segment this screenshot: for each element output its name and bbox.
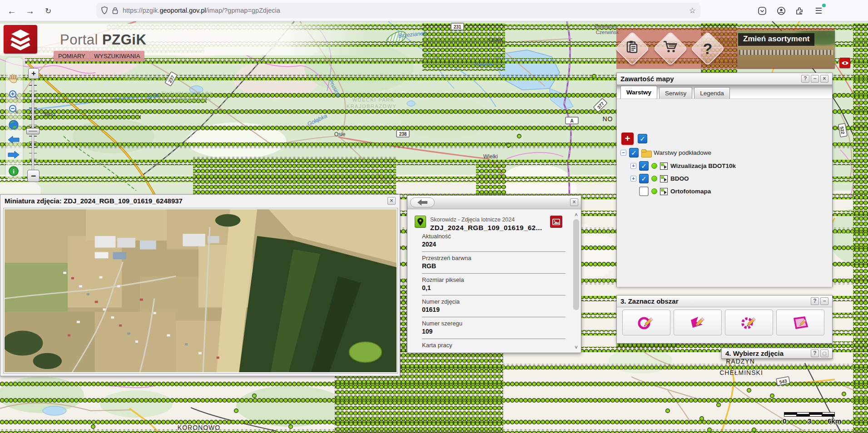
layer-label[interactable]: Wizualizacja BDOT10k [670, 162, 736, 169]
layer-row-bdoo: + ✓ BDOO [630, 174, 689, 183]
visibility-eye-button[interactable] [839, 58, 850, 68]
application-window: 237377543231238522A KRAJOBRAZOWYBrdaTUCH… [0, 0, 868, 433]
extensions-icon[interactable] [793, 5, 806, 17]
browser-reload-button[interactable]: ↻ [41, 4, 55, 18]
photo-centre-dot[interactable] [708, 428, 712, 432]
pocket-icon[interactable] [756, 5, 769, 17]
map-scale-bar: 0 3 6km [784, 411, 838, 426]
expand-icon[interactable]: + [630, 163, 636, 169]
scroll-down-icon[interactable]: ˅ [573, 344, 579, 351]
tab-serwisy[interactable]: Serwisy [659, 87, 692, 98]
zoom-slider-track[interactable] [32, 80, 34, 171]
photo-centre-dot[interactable] [717, 403, 721, 407]
select-area-panel: 3. Zaznacz obszar ? − [616, 295, 833, 344]
photo-centre-dot[interactable] [592, 74, 596, 79]
expand-icon[interactable]: + [630, 176, 636, 182]
master-checkbox[interactable]: ✓ [638, 134, 647, 143]
draw-polygon-button[interactable] [674, 310, 722, 335]
layer-type-icon [660, 162, 668, 170]
photo-centre-dot[interactable] [700, 417, 704, 421]
photo-centre-dot[interactable] [517, 134, 521, 138]
close-icon[interactable]: × [570, 198, 578, 206]
close-icon[interactable]: × [387, 197, 396, 205]
back-button[interactable] [410, 197, 435, 207]
full-extent-globe-tool[interactable] [8, 119, 20, 131]
field-aktualnosc: Aktualność 2024 [422, 233, 565, 252]
layer-label[interactable]: Ortofotomapa [670, 188, 711, 195]
previous-view-arrow[interactable] [8, 134, 20, 146]
account-icon[interactable] [775, 5, 788, 17]
photo-centre-dot-block[interactable] [193, 157, 396, 196]
photo-centre-dot[interactable] [752, 428, 756, 432]
zoom-slider-handle[interactable] [26, 128, 40, 134]
browser-address-bar[interactable]: https://pzgik.geoportal.gov.pl/imap/?gpm… [96, 3, 700, 18]
close-icon[interactable]: × [820, 75, 828, 83]
help-icon[interactable]: ? [801, 75, 809, 83]
map-label: Osie [334, 131, 346, 138]
help-icon[interactable]: ? [811, 349, 819, 357]
scroll-up-icon[interactable]: ˄ [573, 212, 579, 218]
divider [422, 339, 565, 339]
map-label: Osiek [489, 37, 504, 43]
pzgik-logo[interactable] [4, 25, 37, 54]
maximize-icon[interactable]: ▢ [820, 349, 828, 357]
photo-centre-dot[interactable] [253, 394, 257, 398]
photo-centre-dot[interactable] [747, 389, 751, 393]
menu-icon[interactable]: ☰ [812, 5, 825, 17]
field-value: 109 [422, 328, 565, 335]
collapse-icon[interactable]: − [620, 150, 626, 156]
select-photos-titlebar: 4. Wybierz zdjęcia ? ▢ [722, 348, 832, 359]
browser-forward-button[interactable]: → [23, 4, 37, 18]
zoom-out-tool[interactable] [8, 103, 20, 115]
tab-legenda[interactable]: Legenda [694, 87, 730, 98]
photo-centre-dot[interactable] [289, 425, 293, 429]
zoom-slider-plus[interactable]: + [28, 68, 39, 79]
tab-warstwy[interactable]: Warstwy [620, 86, 657, 98]
group-checkbox[interactable]: ✓ [629, 148, 639, 157]
clipboard-icon [626, 40, 639, 57]
bookmark-star-icon[interactable]: ☆ [689, 6, 696, 15]
photo-centre-dot-block[interactable] [853, 24, 868, 433]
browser-back-button[interactable]: ← [5, 4, 19, 18]
draw-freehand-button[interactable] [725, 310, 773, 335]
zoom-in-tool[interactable] [8, 89, 20, 101]
next-view-arrow[interactable] [8, 149, 20, 161]
photo-centre-dot[interactable] [91, 425, 95, 429]
zoom-slider-minus[interactable]: − [27, 170, 40, 182]
photo-centre-dot[interactable] [842, 392, 846, 396]
draw-circle-button[interactable] [622, 310, 670, 335]
divider [422, 273, 565, 274]
layer-label[interactable]: BDOO [670, 175, 689, 182]
layer-checkbox[interactable]: ✓ [639, 187, 649, 196]
minimize-icon[interactable]: − [820, 297, 828, 305]
pan-hand-tool[interactable] [8, 73, 20, 84]
edit-area-button[interactable] [776, 310, 824, 335]
change-assortment-button[interactable]: Zmień asortyment [738, 33, 814, 46]
group-label[interactable]: Warstwy podkładowe [654, 149, 711, 156]
photo-centre-dot[interactable] [770, 394, 774, 398]
popup-scrollbar[interactable]: ˄ ˅ [573, 212, 580, 351]
info-tool[interactable]: i [8, 165, 20, 177]
help-icon[interactable]: ? [811, 297, 819, 305]
panel-title: Zawartość mapy [620, 75, 674, 83]
layer-status-dot [651, 163, 657, 169]
railway-texture [739, 50, 833, 55]
photo-centre-dot[interactable] [507, 143, 511, 148]
tab-wyszukiwania[interactable]: WYSZUKIWANIA [89, 51, 144, 61]
minimize-icon[interactable]: − [811, 75, 819, 83]
photo-centre-dot[interactable] [666, 409, 670, 413]
divider [422, 251, 565, 252]
tab-pomiary[interactable]: POMIARY [54, 51, 90, 61]
layer-checkbox[interactable]: ✓ [639, 161, 649, 171]
photo-centre-dot[interactable] [234, 409, 238, 413]
shield-icon [101, 6, 108, 15]
field-karta-pracy: Karta pracy [422, 342, 565, 349]
layer-checkbox[interactable]: ✓ [639, 174, 649, 183]
location-pin-icon [415, 216, 426, 228]
map-label: Czerwińsk [596, 30, 619, 35]
show-image-button[interactable] [550, 216, 562, 228]
add-layer-button[interactable]: + [621, 133, 634, 145]
panel-title: 3. Zaznacz obszar [620, 297, 679, 305]
field-label: Aktualność [422, 233, 565, 240]
scrollbar-thumb[interactable] [573, 219, 579, 310]
